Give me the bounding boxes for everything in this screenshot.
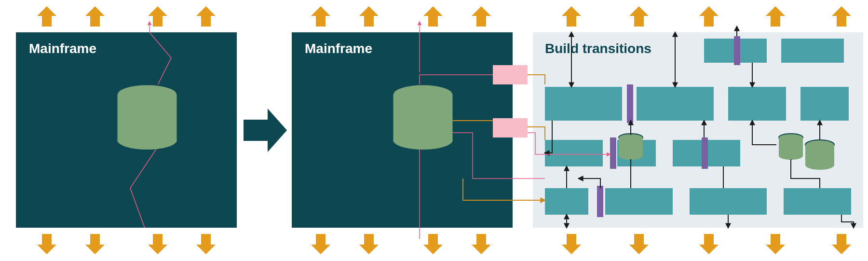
service-tile xyxy=(800,87,849,121)
arrows-top-right xyxy=(562,6,851,27)
svg-point-14 xyxy=(805,160,834,170)
arrows-bottom-mid xyxy=(311,234,491,254)
database-icon xyxy=(619,134,643,160)
adapter-box xyxy=(493,65,528,84)
mainframe-label-right: Mainframe xyxy=(305,41,372,56)
service-tile xyxy=(781,39,844,63)
arrow-up-icon xyxy=(832,6,851,27)
sidecar-bar xyxy=(597,186,603,217)
arrow-down-icon xyxy=(311,234,330,254)
arrow-up-icon xyxy=(85,6,105,27)
service-tile xyxy=(545,140,603,166)
service-tile xyxy=(784,188,851,215)
svg-point-2 xyxy=(117,130,177,150)
sidecar-bar xyxy=(610,137,616,169)
service-tile xyxy=(605,188,673,215)
arrow-up-icon xyxy=(423,6,443,27)
arrow-down-icon xyxy=(423,234,443,254)
diagram-root: Mainframe Mainframe xyxy=(0,0,868,261)
adapter-box xyxy=(493,118,528,137)
arrow-down-icon xyxy=(832,234,851,254)
arrow-down-icon xyxy=(699,234,719,254)
arrow-up-icon xyxy=(196,6,216,27)
arrow-up-icon xyxy=(699,6,719,27)
database-icon xyxy=(393,84,453,150)
arrow-up-icon xyxy=(37,6,56,27)
arrow-down-icon xyxy=(196,234,216,254)
arrow-up-icon xyxy=(311,6,330,27)
arrow-down-icon xyxy=(37,234,56,254)
service-tile xyxy=(728,87,786,121)
sidecar-bar xyxy=(702,137,708,169)
arrow-down-icon xyxy=(766,234,785,254)
tile-row-2 xyxy=(545,84,849,123)
arrow-up-icon xyxy=(359,6,379,27)
database-icon xyxy=(805,140,834,170)
database-icon xyxy=(779,134,803,160)
service-tile xyxy=(545,188,588,215)
sidecar-bar xyxy=(627,84,633,123)
arrow-up-icon xyxy=(562,6,581,27)
panel-mainframe-right: Mainframe xyxy=(292,6,513,254)
arrow-up-icon xyxy=(148,6,167,27)
arrow-up-icon xyxy=(472,6,491,27)
arrow-down-icon xyxy=(562,234,581,254)
svg-point-5 xyxy=(393,130,453,150)
mainframe-label-left: Mainframe xyxy=(29,41,96,56)
arrows-bottom-left xyxy=(37,234,216,254)
svg-point-11 xyxy=(779,152,803,160)
service-tile xyxy=(637,87,714,121)
panel-left: Mainframe xyxy=(16,6,237,254)
arrow-down-icon xyxy=(148,234,167,254)
service-tile xyxy=(545,87,622,121)
arrows-top-left xyxy=(37,6,216,27)
arrow-down-icon xyxy=(85,234,105,254)
arrow-down-icon xyxy=(472,234,491,254)
arrow-up-icon xyxy=(766,6,785,27)
arrow-up-icon xyxy=(629,6,649,27)
sidecar-bar xyxy=(734,36,740,65)
arrow-down-icon xyxy=(629,234,649,254)
transition-arrow-icon xyxy=(244,109,287,152)
svg-point-8 xyxy=(619,152,643,160)
arrow-down-icon xyxy=(359,234,379,254)
arrows-bottom-right xyxy=(562,234,851,254)
panel-transitions: Build transitions xyxy=(533,6,863,254)
transitions-label: Build transitions xyxy=(545,41,651,56)
service-tile xyxy=(690,188,767,215)
database-icon xyxy=(117,84,177,150)
arrows-top-mid xyxy=(311,6,491,27)
